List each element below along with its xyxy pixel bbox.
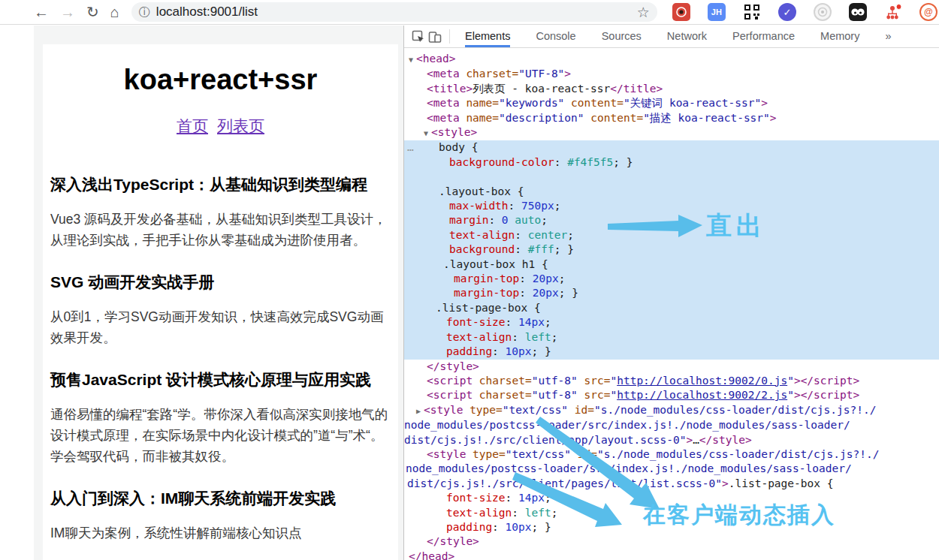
tab-memory[interactable]: Memory <box>820 26 859 47</box>
code-line[interactable]: .layout-box { <box>404 185 939 199</box>
code-line[interactable]: </head> <box>404 549 939 560</box>
course-desc: IM聊天为案例，系统性讲解前端核心知识点 <box>50 522 391 543</box>
code-line[interactable]: background: #fff; } <box>404 242 939 257</box>
inspect-element-icon[interactable] <box>410 26 427 47</box>
tab-elements[interactable]: Elements <box>465 26 510 47</box>
org-chart-extension-icon[interactable] <box>884 3 902 21</box>
code-line[interactable]: <script charset="utf-8" src="http://loca… <box>404 388 939 402</box>
jh-extension-icon[interactable]: JH <box>708 3 726 21</box>
code-line[interactable]: font-size: 14px; <box>404 315 939 330</box>
qr-code-extension-icon[interactable] <box>743 3 761 21</box>
course-desc: 通俗易懂的编程“套路“学。带你深入看似高深实则接地气的设计模式原理，在实际场景中… <box>50 404 391 467</box>
code-line[interactable]: <script charset="utf-8" src="http://loca… <box>404 374 939 388</box>
code-line[interactable]: node_modules/postcss-loader/src/index.js… <box>404 462 939 476</box>
nav-link-1[interactable]: 列表页 <box>217 116 264 137</box>
inline-ellipsis-mark: … <box>407 140 414 155</box>
code-line[interactable]: max-width: 750px; <box>404 199 939 213</box>
layout-box: koa+react+ssr 首页列表页 深入浅出TypeScript：从基础知识… <box>43 44 398 560</box>
devtools-toolbar: ElementsConsoleSourcesNetworkPerformance… <box>404 26 939 48</box>
code-line[interactable]: node_modules/postcss-loader/src/index.js… <box>404 418 939 432</box>
url-text[interactable]: localhost:9001/list <box>156 5 258 20</box>
tab-more[interactable]: » <box>885 26 891 47</box>
code-line[interactable]: text-align: left; <box>404 506 939 520</box>
code-line[interactable]: <meta charset="UTF-8"> <box>404 67 939 81</box>
back-icon[interactable]: ← <box>34 5 49 20</box>
code-line[interactable]: </style> <box>404 360 939 374</box>
code-line[interactable]: .list-page-box { <box>404 301 939 315</box>
course-title: 预售JavaScript 设计模式核心原理与应用实践 <box>50 369 391 391</box>
bug-extension-icon[interactable] <box>672 3 690 21</box>
site-info-icon[interactable]: ⓘ <box>139 5 150 20</box>
browser-toolbar: ← → ↻ ⌂ ⓘ localhost:9001/list ☆ JH ✓ @ <box>0 0 939 25</box>
forward-icon[interactable]: → <box>60 5 75 20</box>
tab-network[interactable]: Network <box>667 26 707 47</box>
code-line[interactable] <box>404 170 939 184</box>
code-line[interactable]: .layout-box h1 { <box>404 257 939 272</box>
code-line[interactable]: ▼<style> <box>404 125 939 140</box>
code-line[interactable]: <meta name="description" content="描述 koa… <box>404 111 939 125</box>
course-title: 从入门到深入：IM聊天系统前端开发实践 <box>50 487 391 510</box>
code-line[interactable]: margin: 0 auto; <box>404 213 939 227</box>
tab-console[interactable]: Console <box>536 26 575 47</box>
nav-link-0[interactable]: 首页 <box>177 116 208 137</box>
panda-extension-icon[interactable] <box>849 3 867 21</box>
course-list: 深入浅出TypeScript：从基础知识到类型编程Vue3 源码及开发必备基础，… <box>43 146 398 560</box>
tab-sources[interactable]: Sources <box>602 26 642 47</box>
reload-icon[interactable]: ↻ <box>86 5 99 20</box>
dom-tree: ▼<head><meta charset="UTF-8"><title>列表页 … <box>404 48 939 560</box>
code-line[interactable]: padding: 10px; } <box>404 520 939 534</box>
course-title: SVG 动画开发实战手册 <box>50 271 391 294</box>
code-line[interactable]: dist/cjs.js!./src/client/pages/list/list… <box>404 477 939 491</box>
course-title: 深入浅出TypeScript：从基础知识到类型编程 <box>50 173 391 196</box>
page-title: koa+react+ssr <box>43 44 398 96</box>
code-line[interactable]: font-size: 14px; <box>404 491 939 505</box>
code-line[interactable]: <meta name="keywords" content="关键词 koa-r… <box>404 96 939 110</box>
code-line[interactable]: ▼<head> <box>404 52 939 67</box>
code-line[interactable]: padding: 10px; } <box>404 345 939 359</box>
course-desc: Vue3 源码及开发必备基础，从基础知识到类型工具设计，从理论到实战，手把手让你… <box>50 209 391 251</box>
code-line[interactable]: …body { <box>404 140 939 155</box>
code-line[interactable]: </style> <box>404 534 939 549</box>
code-line[interactable]: <style type="text/css" id="s./node_modul… <box>404 447 939 462</box>
check-badge-extension-icon[interactable]: ✓ <box>778 3 796 21</box>
code-line[interactable]: ▶<style type="text/css" id="s./node_modu… <box>404 403 939 418</box>
code-line[interactable]: text-align: left; <box>404 330 939 345</box>
code-line[interactable]: text-align: center; <box>404 228 939 242</box>
target-extension-icon[interactable] <box>814 3 832 21</box>
home-icon[interactable]: ⌂ <box>110 5 119 20</box>
address-bar[interactable]: ⓘ localhost:9001/list ☆ <box>131 2 657 22</box>
devtools-panel: ElementsConsoleSourcesNetworkPerformance… <box>403 26 939 560</box>
code-line[interactable]: margin-top: 20px; <box>404 272 939 286</box>
code-line[interactable]: dist/cjs.js!./src/client/app/layout.scss… <box>404 433 939 447</box>
page-viewport: koa+react+ssr 首页列表页 深入浅出TypeScript：从基础知识… <box>34 26 403 560</box>
code-line[interactable]: background-color: #f4f5f5; } <box>404 155 939 170</box>
course-desc: 从0到1，学习SVG动画开发知识，快速高效完成SVG动画效果开发。 <box>50 306 391 348</box>
code-line[interactable]: <title>列表页 - koa-react-ssr</title> <box>404 82 939 96</box>
toolbar-divider <box>449 29 450 44</box>
page-nav: 首页列表页 <box>43 116 398 137</box>
devtools-tabs: ElementsConsoleSourcesNetworkPerformance… <box>465 26 892 47</box>
bookmark-star-icon[interactable]: ☆ <box>637 4 650 21</box>
device-toolbar-icon[interactable] <box>427 26 443 47</box>
extensions-row: JH ✓ @ <box>672 3 939 21</box>
code-line[interactable]: margin-top: 20px; } <box>404 286 939 300</box>
at-ring-extension-icon[interactable]: @ <box>919 3 937 21</box>
tab-performance[interactable]: Performance <box>732 26 795 47</box>
